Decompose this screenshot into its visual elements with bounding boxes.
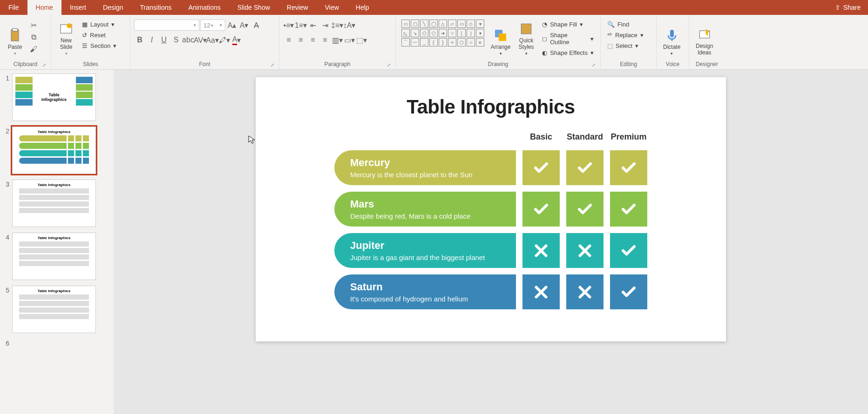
slide[interactable]: Table Infographics BasicStandardPremiumM… (256, 77, 726, 341)
highlight-button[interactable]: 🖍▾ (219, 34, 230, 46)
new-slide-button[interactable]: New Slide ▾ (55, 17, 77, 58)
font-family-select[interactable]: ▾ (134, 20, 199, 31)
format-painter-button[interactable]: 🖌 (28, 44, 39, 55)
tab-home[interactable]: Home (27, 0, 61, 15)
font-color-button[interactable]: A▾ (231, 34, 242, 46)
infographic-table[interactable]: BasicStandardPremiumMercuryMercury is th… (284, 132, 698, 309)
bullets-button[interactable]: •≡▾ (283, 20, 294, 31)
justify-button[interactable]: ≡ (319, 34, 331, 46)
shapes-gallery[interactable]: ▭▢╲◯△▱▭◇▾ ◺↘⬡⬠➜☆❲❳▾ ⌒〰⎯{}✧⬠☆≡ (401, 20, 484, 47)
thumb-number: 5 (2, 286, 9, 333)
decrease-font-button[interactable]: A▾ (238, 20, 250, 31)
numbering-button[interactable]: 1≡▾ (295, 20, 306, 31)
quick-styles-button[interactable]: Quick Styles▾ (515, 17, 537, 58)
align-right-button[interactable]: ≡ (307, 34, 319, 46)
drawing-launcher[interactable]: ⤢ (592, 62, 596, 67)
cell-jupiter-basic[interactable] (522, 233, 560, 268)
fill-icon: ◔ (542, 21, 547, 28)
line-spacing-button[interactable]: ‡≡▾ (332, 20, 343, 31)
svg-rect-6 (522, 24, 531, 33)
tab-animations[interactable]: Animations (180, 0, 229, 15)
font-launcher[interactable]: ⤢ (271, 62, 274, 67)
mic-icon (665, 28, 679, 43)
slide-thumbnail-4[interactable]: Table Infographics (12, 233, 96, 280)
tab-insert[interactable]: Insert (61, 0, 95, 15)
cell-mercury-premium[interactable] (610, 150, 647, 185)
increase-font-button[interactable]: A▴ (226, 20, 237, 31)
column-header-basic[interactable]: Basic (522, 132, 560, 144)
shadow-button[interactable]: abc (183, 34, 194, 46)
text-direction-button[interactable]: ↕A▾ (344, 20, 355, 31)
clipboard-launcher[interactable]: ⤢ (42, 62, 46, 67)
cell-jupiter-premium[interactable] (610, 233, 647, 268)
clear-format-button[interactable]: A̶ (251, 20, 262, 31)
tab-file[interactable]: File (0, 0, 27, 15)
slide-thumbnail-5[interactable]: Table Infographics (12, 286, 96, 333)
tab-slide-show[interactable]: Slide Show (229, 0, 278, 15)
slide-thumbnail-3[interactable]: Table Infographics (12, 180, 96, 227)
design-ideas-button[interactable]: Design Ideas (693, 17, 716, 58)
tab-view[interactable]: View (317, 0, 347, 15)
slide-canvas-area[interactable]: Table Infographics BasicStandardPremiumM… (114, 70, 868, 414)
cell-saturn-standard[interactable] (566, 274, 604, 309)
row-jupiter[interactable]: JupiterJupiter is a gas giant and the bi… (334, 233, 516, 268)
tab-transitions[interactable]: Transitions (132, 0, 180, 15)
cell-jupiter-standard[interactable] (566, 233, 604, 268)
column-header-premium[interactable]: Premium (610, 132, 647, 144)
underline-button[interactable]: U (158, 34, 170, 46)
font-size-select[interactable]: 12+▾ (200, 20, 225, 31)
italic-button[interactable]: I (146, 34, 157, 46)
increase-indent-button[interactable]: ⇥ (319, 20, 331, 31)
shape-effects-button[interactable]: ◐Shape Effects ▾ (539, 48, 597, 58)
strike-button[interactable]: S (170, 34, 182, 46)
shape-fill-button[interactable]: ◔Shape Fill ▾ (539, 20, 597, 29)
row-mercury[interactable]: MercuryMercury is the closest planet to … (334, 150, 516, 185)
align-center-button[interactable]: ≡ (295, 34, 306, 46)
tab-help[interactable]: Help (347, 0, 378, 15)
shape-outline-button[interactable]: ◻Shape Outline ▾ (539, 30, 597, 47)
paragraph-launcher[interactable]: ⤢ (387, 62, 391, 67)
cell-saturn-premium[interactable] (610, 274, 647, 309)
tab-design[interactable]: Design (95, 0, 132, 15)
smartart-button[interactable]: ⬚▾ (356, 34, 367, 46)
layout-button[interactable]: ▦Layout ▾ (79, 20, 119, 29)
slide-thumbnail-1[interactable]: TableInfographics (12, 73, 96, 121)
select-button[interactable]: ⬚Select ▾ (604, 41, 646, 51)
replace-button[interactable]: ᵃᵇReplace ▾ (604, 30, 646, 40)
copy-button[interactable]: ⧉ (28, 32, 39, 43)
cell-mercury-basic[interactable] (522, 150, 560, 185)
arrange-icon (493, 28, 508, 43)
select-icon: ⬚ (607, 42, 613, 49)
columns-button[interactable]: ▥▾ (332, 34, 343, 46)
decrease-indent-button[interactable]: ⇤ (307, 20, 319, 31)
thumb-number: 1 (2, 73, 9, 121)
align-text-button[interactable]: ▭▾ (344, 34, 355, 46)
cell-mars-standard[interactable] (566, 192, 604, 227)
bold-button[interactable]: B (134, 34, 145, 46)
tab-review[interactable]: Review (278, 0, 317, 15)
svg-rect-0 (11, 30, 19, 41)
column-header-standard[interactable]: Standard (566, 132, 604, 144)
spacing-button[interactable]: AV▾ (195, 34, 206, 46)
arrange-button[interactable]: Arrange▾ (488, 17, 513, 58)
reset-button[interactable]: ↺Reset (79, 30, 119, 40)
paste-button[interactable]: Paste ▾ (4, 17, 26, 58)
slide-thumbnails-panel[interactable]: 1TableInfographics2Table Infographics3Ta… (0, 70, 114, 414)
row-mars[interactable]: MarsDespite being red, Mars is a cold pl… (334, 192, 516, 227)
cell-mars-premium[interactable] (610, 192, 647, 227)
dictate-button[interactable]: Dictate▾ (660, 17, 683, 58)
slide-thumbnail-2[interactable]: Table Infographics (12, 127, 96, 174)
case-button[interactable]: Aa▾ (207, 34, 218, 46)
section-button[interactable]: ☰Section ▾ (79, 41, 119, 51)
quick-styles-icon (519, 21, 534, 36)
cut-button[interactable]: ✂ (28, 20, 39, 31)
row-saturn[interactable]: SaturnIt's composed of hydrogen and heli… (334, 274, 516, 309)
align-left-button[interactable]: ≡ (283, 34, 294, 46)
find-button[interactable]: 🔍Find (604, 20, 646, 29)
share-button[interactable]: ⇪Share (827, 0, 868, 15)
slide-title[interactable]: Table Infographics (284, 96, 698, 118)
cell-mars-basic[interactable] (522, 192, 560, 227)
svg-rect-7 (670, 30, 674, 37)
cell-mercury-standard[interactable] (566, 150, 604, 185)
cell-saturn-basic[interactable] (522, 274, 560, 309)
